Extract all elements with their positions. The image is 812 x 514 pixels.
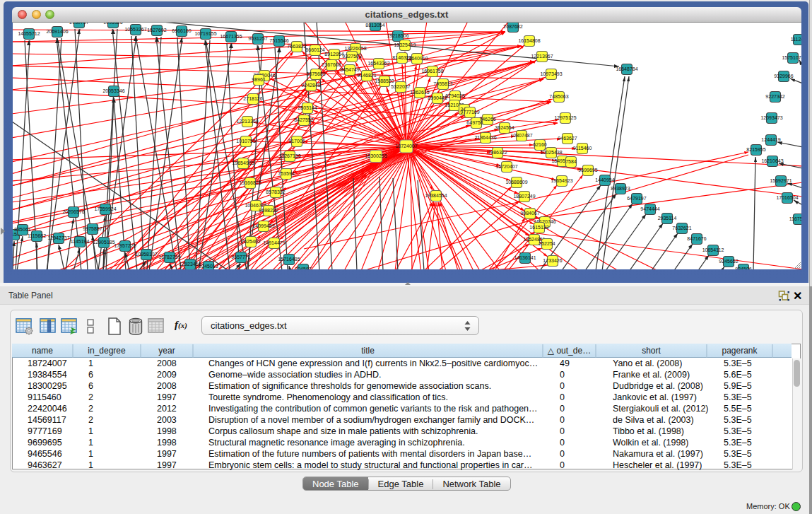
svg-text:12942737: 12942737 — [47, 235, 69, 240]
svg-text:1244419: 1244419 — [761, 137, 780, 142]
svg-text:6794028: 6794028 — [445, 93, 464, 98]
svg-text:16671355: 16671355 — [220, 34, 242, 39]
svg-text:14136141: 14136141 — [514, 255, 536, 260]
svg-text:5322037: 5322037 — [391, 84, 410, 89]
svg-text:98961: 98961 — [252, 77, 266, 82]
svg-text:14099489: 14099489 — [252, 223, 274, 228]
svg-text:7584: 7584 — [565, 159, 577, 164]
svg-text:1588520: 1588520 — [375, 78, 394, 83]
svg-text:753594: 753594 — [278, 171, 294, 176]
svg-text:1527602: 1527602 — [147, 28, 166, 33]
svg-text:9698222: 9698222 — [259, 208, 278, 213]
svg-text:8471676: 8471676 — [687, 236, 706, 241]
svg-text:9975887: 9975887 — [83, 226, 102, 231]
svg-text:9227342: 9227342 — [765, 94, 784, 99]
svg-text:19384554: 19384554 — [425, 193, 447, 198]
svg-text:1733426: 1733426 — [543, 258, 562, 263]
svg-text:111243: 111243 — [791, 37, 801, 42]
svg-text:8215955: 8215955 — [746, 147, 765, 152]
svg-text:10654112: 10654112 — [702, 247, 724, 252]
svg-text:15716485: 15716485 — [278, 257, 300, 262]
svg-text:3875685: 3875685 — [306, 71, 325, 76]
svg-text:16154808: 16154808 — [518, 38, 540, 43]
svg-text:9329966: 9329966 — [774, 74, 793, 78]
svg-text:12213967: 12213967 — [531, 54, 553, 59]
svg-text:16210643: 16210643 — [761, 158, 783, 163]
svg-text:1167534: 1167534 — [789, 216, 801, 221]
svg-text:9699695: 9699695 — [578, 168, 597, 173]
svg-text:17016504: 17016504 — [776, 195, 798, 200]
svg-text:6966160: 6966160 — [172, 28, 191, 33]
svg-text:7663822: 7663822 — [287, 44, 306, 49]
svg-text:1440954: 1440954 — [595, 177, 614, 182]
svg-text:9474444: 9474444 — [640, 206, 659, 211]
svg-text:19654923: 19654923 — [551, 178, 572, 183]
svg-text:13267130: 13267130 — [278, 153, 300, 158]
svg-text:9327503: 9327503 — [342, 54, 361, 59]
svg-text:6479197: 6479197 — [627, 196, 646, 201]
svg-text:8454749: 8454749 — [340, 67, 359, 72]
svg-text:917006: 917006 — [288, 139, 305, 144]
svg-text:252254: 252254 — [539, 241, 555, 246]
svg-text:19166825: 19166825 — [239, 180, 261, 185]
svg-text:8813054: 8813054 — [365, 23, 384, 28]
svg-text:10688609: 10688609 — [505, 180, 527, 185]
svg-text:15751074: 15751074 — [782, 55, 801, 60]
svg-text:18300295: 18300295 — [365, 153, 387, 158]
svg-text:7625402: 7625402 — [241, 239, 260, 244]
svg-text:12093473: 12093473 — [760, 115, 782, 120]
svg-text:16782759: 16782759 — [158, 255, 180, 259]
svg-text:18807249: 18807249 — [513, 194, 535, 199]
svg-text:16648784: 16648784 — [616, 66, 637, 71]
svg-text:2803144: 2803144 — [298, 105, 317, 110]
svg-text:10025438: 10025438 — [540, 150, 562, 155]
svg-text:12213369: 12213369 — [236, 119, 258, 124]
svg-text:8938923: 8938923 — [611, 186, 630, 191]
svg-text:9245013: 9245013 — [199, 264, 218, 269]
svg-text:1362615: 1362615 — [410, 90, 429, 95]
svg-text:21364436: 21364436 — [474, 135, 496, 140]
svg-text:7515546: 7515546 — [269, 38, 288, 43]
svg-text:8660124: 8660124 — [305, 47, 324, 52]
svg-text:2130757: 2130757 — [69, 23, 88, 25]
svg-text:746266: 746266 — [479, 117, 495, 122]
svg-text:9242848: 9242848 — [301, 83, 320, 88]
svg-text:20206576: 20206576 — [62, 209, 84, 214]
svg-text:16543362: 16543362 — [367, 61, 389, 66]
svg-text:204597: 204597 — [295, 267, 311, 269]
svg-text:10807487: 10807487 — [510, 133, 532, 138]
svg-text:7986322: 7986322 — [488, 150, 507, 155]
svg-text:9777169: 9777169 — [460, 110, 479, 115]
svg-text:10553267: 10553267 — [124, 27, 146, 32]
svg-text:10719155: 10719155 — [194, 31, 216, 36]
svg-text:1010755: 1010755 — [236, 139, 255, 144]
svg-text:9245652: 9245652 — [719, 259, 738, 264]
svg-text:9115460: 9115460 — [573, 146, 592, 151]
svg-text:9657771: 9657771 — [231, 255, 250, 259]
svg-text:19218506: 19218506 — [387, 33, 408, 38]
svg-text:9463627: 9463627 — [558, 136, 577, 141]
svg-text:18724007: 18724007 — [395, 144, 417, 148]
svg-text:9146821: 9146821 — [357, 73, 376, 78]
svg-text:62160: 62160 — [533, 142, 547, 147]
svg-text:13325419: 13325419 — [394, 42, 416, 47]
svg-text:19654985: 19654985 — [232, 160, 254, 165]
svg-text:1115682: 1115682 — [28, 233, 46, 238]
svg-text:2367608: 2367608 — [322, 62, 341, 67]
svg-text:2718126: 2718126 — [243, 96, 262, 101]
svg-text:20691406: 20691406 — [46, 29, 68, 34]
svg-text:15692971: 15692971 — [770, 178, 792, 183]
svg-text:7632621: 7632621 — [672, 226, 691, 230]
svg-text:13640910: 13640910 — [406, 56, 428, 61]
svg-text:13226058: 13226058 — [344, 46, 366, 51]
svg-text:16961758: 16961758 — [421, 69, 443, 74]
svg-text:1095326: 1095326 — [103, 23, 122, 25]
svg-text:17359924: 17359924 — [94, 206, 116, 211]
svg-text:8990448: 8990448 — [428, 95, 447, 100]
svg-text:15720407: 15720407 — [495, 164, 517, 169]
svg-text:8427552: 8427552 — [294, 117, 313, 122]
svg-text:10973493: 10973493 — [540, 71, 562, 76]
svg-text:7955812: 7955812 — [433, 81, 452, 86]
svg-text:1615132: 1615132 — [529, 225, 548, 230]
svg-text:12923466: 12923466 — [179, 262, 201, 267]
